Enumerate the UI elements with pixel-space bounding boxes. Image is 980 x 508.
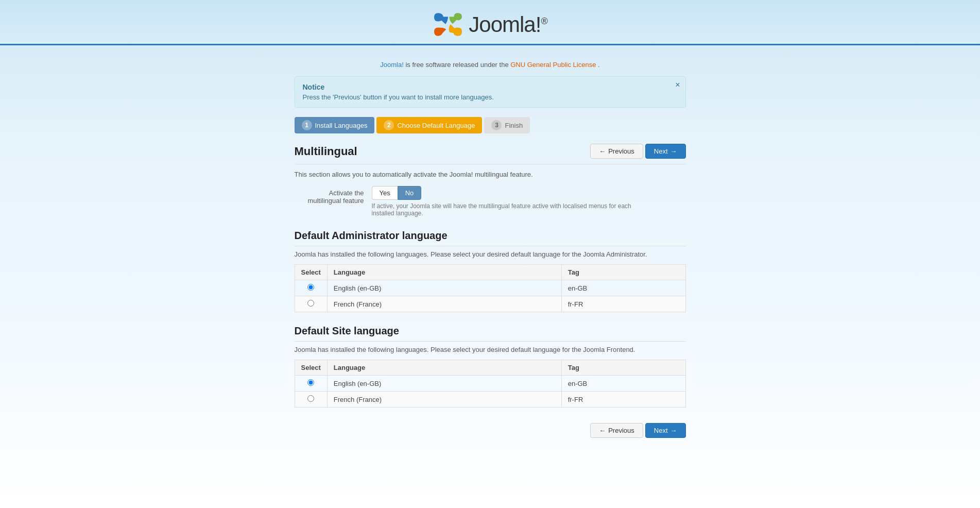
- site-language-table: Select Language Tag English (en-GB) en-G…: [295, 360, 686, 408]
- prev-arrow-icon: ←: [599, 147, 606, 155]
- admin-radio-english-input[interactable]: [307, 284, 314, 291]
- site-lang-row: French (France) fr-FR: [295, 392, 685, 408]
- admin-tag-french: fr-FR: [561, 296, 685, 312]
- admin-lang-row: French (France) fr-FR: [295, 296, 685, 312]
- admin-lang-row: English (en-GB) en-GB: [295, 280, 685, 296]
- joomla-logo-icon: [433, 10, 463, 39]
- multilingual-divider: [295, 164, 686, 164]
- toggle-no-button[interactable]: No: [398, 186, 422, 200]
- admin-radio-french-input[interactable]: [307, 300, 314, 307]
- bottom-prev-arrow-icon: ←: [599, 427, 606, 434]
- multilingual-section-header: Multilingual ← Previous Next →: [295, 144, 686, 159]
- bottom-previous-button[interactable]: ← Previous: [590, 423, 643, 438]
- bottom-button-group: ← Previous Next →: [295, 423, 686, 459]
- site-lang-row: English (en-GB) en-GB: [295, 376, 685, 392]
- bottom-buttons-inner: ← Previous Next →: [590, 423, 685, 438]
- admin-language-table: Select Language Tag English (en-GB) en-G…: [295, 264, 686, 312]
- steps-bar: 1 Install Languages 2 Choose Default Lan…: [295, 117, 686, 133]
- multilingual-toggle-row: Activate the multilingual feature Yes No…: [295, 186, 686, 217]
- site-language-desc: Joomla has installed the following langu…: [295, 346, 686, 353]
- site-language-section: Default Site language Joomla has install…: [295, 325, 686, 408]
- multilingual-desc: This section allows you to automatically…: [295, 171, 686, 178]
- bottom-next-button[interactable]: Next →: [645, 423, 686, 438]
- step-1-number: 1: [302, 120, 312, 130]
- next-arrow-icon: →: [670, 147, 677, 155]
- site-language-french: French (France): [327, 392, 561, 408]
- bottom-next-label: Next: [654, 427, 668, 434]
- admin-language-section: Default Administrator language Joomla ha…: [295, 230, 686, 312]
- joomla-link[interactable]: Joomla!: [380, 61, 404, 69]
- top-previous-label: Previous: [608, 147, 634, 155]
- notice-title: Notice: [303, 83, 667, 91]
- admin-radio-french[interactable]: [295, 296, 327, 312]
- top-next-label: Next: [654, 147, 668, 155]
- step-1-install-languages[interactable]: 1 Install Languages: [295, 117, 375, 133]
- license-notice: Joomla! is free software released under …: [295, 56, 686, 76]
- step-3-label: Finish: [505, 122, 523, 129]
- site-language-title: Default Site language: [295, 325, 686, 342]
- main-content: Joomla! is free software released under …: [295, 45, 686, 469]
- admin-radio-english[interactable]: [295, 280, 327, 296]
- notice-message: Press the 'Previous' button if you want …: [303, 93, 667, 101]
- site-col-tag: Tag: [561, 360, 685, 376]
- step-3-number: 3: [491, 120, 502, 130]
- notice-box: Notice Press the 'Previous' button if yo…: [295, 76, 686, 108]
- site-col-select: Select: [295, 360, 327, 376]
- step-2-label: Choose Default Language: [397, 122, 475, 129]
- notice-close-button[interactable]: ×: [675, 81, 680, 89]
- site-radio-french[interactable]: [295, 392, 327, 408]
- site-radio-french-input[interactable]: [307, 395, 314, 402]
- site-table-header-row: Select Language Tag: [295, 360, 685, 376]
- site-tag-french: fr-FR: [561, 392, 685, 408]
- site-language-english: English (en-GB): [327, 376, 561, 392]
- admin-col-language: Language: [327, 265, 561, 280]
- step-2-number: 2: [384, 120, 394, 130]
- site-tag-english: en-GB: [561, 376, 685, 392]
- logo-text: Joomla!®: [469, 12, 547, 37]
- bottom-next-arrow-icon: →: [670, 427, 677, 434]
- top-next-button[interactable]: Next →: [645, 144, 686, 159]
- toggle-yes-button[interactable]: Yes: [372, 186, 398, 200]
- admin-language-title: Default Administrator language: [295, 230, 686, 246]
- toggle-area: Yes No If active, your Joomla site will …: [372, 186, 655, 217]
- toggle-buttons: Yes No: [372, 186, 655, 200]
- step-2-choose-default-language[interactable]: 2 Choose Default Language: [376, 117, 482, 133]
- toggle-hint: If active, your Joomla site will have th…: [372, 202, 655, 217]
- multilingual-title: Multilingual: [295, 145, 357, 158]
- license-text: is free software released under the: [405, 61, 510, 69]
- admin-tag-english: en-GB: [561, 280, 685, 296]
- step-1-label: Install Languages: [315, 122, 368, 129]
- admin-col-select: Select: [295, 265, 327, 280]
- site-radio-english[interactable]: [295, 376, 327, 392]
- logo-area: Joomla!®: [0, 10, 980, 39]
- gnu-link[interactable]: GNU General Public License: [510, 61, 596, 69]
- activate-multilingual-label: Activate the multilingual feature: [295, 186, 372, 205]
- admin-language-desc: Joomla has installed the following langu…: [295, 250, 686, 258]
- page-header: Joomla!®: [0, 0, 980, 45]
- admin-language-english: English (en-GB): [327, 280, 561, 296]
- step-3-finish[interactable]: 3 Finish: [484, 117, 530, 133]
- bottom-previous-label: Previous: [608, 427, 634, 434]
- site-radio-english-input[interactable]: [307, 379, 314, 386]
- admin-col-tag: Tag: [561, 265, 685, 280]
- site-col-language: Language: [327, 360, 561, 376]
- admin-table-header-row: Select Language Tag: [295, 265, 685, 280]
- top-button-group: ← Previous Next →: [590, 144, 685, 159]
- top-previous-button[interactable]: ← Previous: [590, 144, 643, 159]
- admin-language-french: French (France): [327, 296, 561, 312]
